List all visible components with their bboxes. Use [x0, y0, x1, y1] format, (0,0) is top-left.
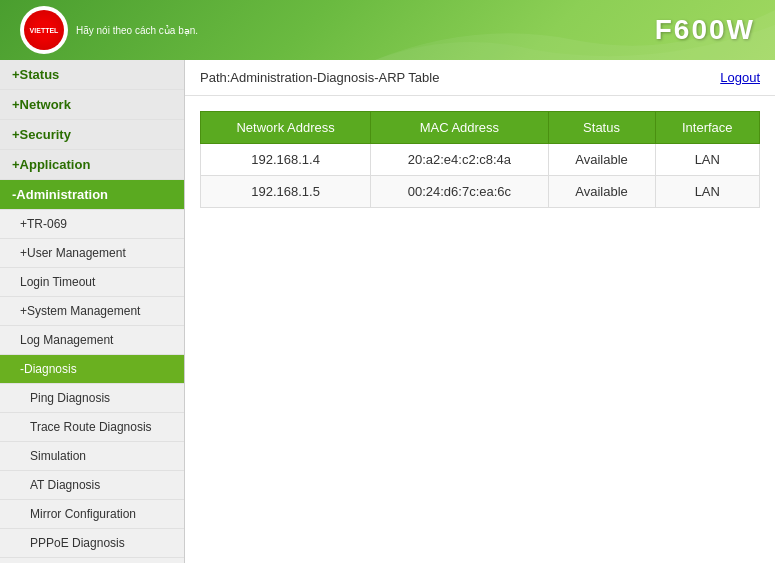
arp-table: Network Address MAC Address Status Inter… — [200, 111, 760, 208]
logo-tagline: Hãy nói theo cách của bạn. — [76, 25, 198, 36]
sidebar-item-pppoe-diagnosis[interactable]: PPPoE Diagnosis — [0, 529, 184, 558]
cell-network: 192.168.1.5 — [201, 176, 371, 208]
content-header: Path:Administration-Diagnosis-ARP Table … — [185, 60, 775, 96]
sidebar-item-network[interactable]: +Network — [0, 90, 184, 120]
sidebar-item-ping-diagnosis[interactable]: Ping Diagnosis — [0, 384, 184, 413]
logout-button[interactable]: Logout — [720, 70, 760, 85]
sidebar-item-dns-diagnosis[interactable]: DNS Diagnosis — [0, 558, 184, 563]
col-status: Status — [548, 112, 655, 144]
sidebar-item-administration[interactable]: -Administration — [0, 180, 184, 210]
sidebar-item-simulation[interactable]: Simulation — [0, 442, 184, 471]
cell-status: Available — [548, 144, 655, 176]
sidebar-item-at-diagnosis[interactable]: AT Diagnosis — [0, 471, 184, 500]
col-mac-address: MAC Address — [371, 112, 548, 144]
sidebar-item-security[interactable]: +Security — [0, 120, 184, 150]
cell-network: 192.168.1.4 — [201, 144, 371, 176]
sidebar-item-user-management[interactable]: +User Management — [0, 239, 184, 268]
sidebar-item-login-timeout[interactable]: Login Timeout — [0, 268, 184, 297]
cell-mac: 20:a2:e4:c2:c8:4a — [371, 144, 548, 176]
sidebar-item-diagnosis[interactable]: -Diagnosis — [0, 355, 184, 384]
table-row: 192.168.1.500:24:d6:7c:ea:6cAvailableLAN — [201, 176, 760, 208]
sidebar-item-mirror-config[interactable]: Mirror Configuration — [0, 500, 184, 529]
sidebar-item-tr069[interactable]: +TR-069 — [0, 210, 184, 239]
sidebar: +Status +Network +Security +Application … — [0, 60, 185, 563]
header: VIETTEL Hãy nói theo cách của bạn. F600W — [0, 0, 775, 60]
header-wave — [375, 0, 775, 60]
cell-interface: LAN — [655, 176, 759, 208]
logo-viettel-text: VIETTEL — [30, 27, 59, 34]
main-layout: +Status +Network +Security +Application … — [0, 60, 775, 563]
table-container: Network Address MAC Address Status Inter… — [185, 96, 775, 223]
content-area: Path:Administration-Diagnosis-ARP Table … — [185, 60, 775, 563]
cell-interface: LAN — [655, 144, 759, 176]
sidebar-item-trace-route[interactable]: Trace Route Diagnosis — [0, 413, 184, 442]
sidebar-item-system-management[interactable]: +System Management — [0, 297, 184, 326]
col-interface: Interface — [655, 112, 759, 144]
table-row: 192.168.1.420:a2:e4:c2:c8:4aAvailableLAN — [201, 144, 760, 176]
col-network-address: Network Address — [201, 112, 371, 144]
breadcrumb: Path:Administration-Diagnosis-ARP Table — [200, 70, 439, 85]
sidebar-item-status[interactable]: +Status — [0, 60, 184, 90]
cell-mac: 00:24:d6:7c:ea:6c — [371, 176, 548, 208]
logo-area: VIETTEL Hãy nói theo cách của bạn. — [20, 6, 198, 54]
sidebar-item-application[interactable]: +Application — [0, 150, 184, 180]
table-header-row: Network Address MAC Address Status Inter… — [201, 112, 760, 144]
cell-status: Available — [548, 176, 655, 208]
sidebar-item-log-management[interactable]: Log Management — [0, 326, 184, 355]
logo-inner: VIETTEL — [24, 10, 64, 50]
logo-circle: VIETTEL — [20, 6, 68, 54]
